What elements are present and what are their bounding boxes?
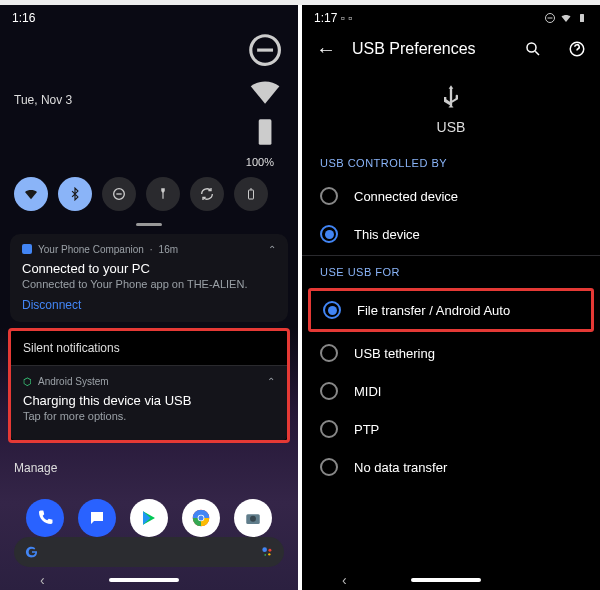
drag-handle[interactable] bbox=[136, 223, 162, 226]
qs-dnd[interactable] bbox=[102, 177, 136, 211]
clock: 1:17 ▫ ▫ bbox=[314, 11, 353, 25]
date-label: Tue, Nov 3 bbox=[14, 93, 72, 107]
nav-bar: ‹ bbox=[0, 569, 298, 590]
notif-body: Connected to Your Phone app on THE-ALIEN… bbox=[22, 278, 276, 290]
battery-icon bbox=[576, 12, 588, 24]
battery-saver-icon bbox=[245, 187, 257, 201]
option-usb-tethering[interactable]: USB tethering bbox=[302, 334, 600, 372]
wifi-icon bbox=[560, 12, 572, 24]
phone-icon bbox=[36, 509, 54, 527]
option-file-transfer[interactable]: File transfer / Android Auto bbox=[311, 291, 591, 329]
notif-age: 16m bbox=[159, 244, 178, 255]
svg-rect-1 bbox=[259, 120, 272, 145]
manage-button[interactable]: Manage bbox=[0, 449, 298, 487]
svg-rect-3 bbox=[249, 190, 254, 199]
option-label: USB tethering bbox=[354, 346, 435, 361]
radio-icon bbox=[320, 382, 338, 400]
qs-bluetooth[interactable] bbox=[58, 177, 92, 211]
option-connected-device[interactable]: Connected device bbox=[302, 177, 600, 215]
battery-percent: 100% bbox=[246, 156, 274, 168]
svg-point-11 bbox=[250, 516, 256, 522]
notification-android-system[interactable]: ⬡ Android System ⌃ Charging this device … bbox=[11, 365, 287, 440]
notif2-body: Tap for more options. bbox=[23, 410, 275, 422]
option-this-device[interactable]: This device bbox=[302, 215, 600, 253]
dnd-icon bbox=[111, 186, 127, 202]
back-button[interactable]: ← bbox=[316, 38, 336, 61]
help-icon[interactable] bbox=[568, 40, 586, 58]
highlight-box: Silent notifications ⬡ Android System ⌃ … bbox=[8, 328, 290, 443]
option-label: This device bbox=[354, 227, 420, 242]
qs-rotate[interactable] bbox=[190, 177, 224, 211]
qs-wifi[interactable] bbox=[14, 177, 48, 211]
option-label: No data transfer bbox=[354, 460, 447, 475]
assistant-icon bbox=[260, 545, 274, 559]
search-icon[interactable] bbox=[524, 40, 542, 58]
notif2-app: Android System bbox=[38, 376, 109, 387]
notification-shade-screen: 1:16 Tue, Nov 3 100% Your Phone Companio… bbox=[0, 5, 298, 590]
back-button[interactable]: ‹ bbox=[342, 572, 347, 588]
page-title: USB Preferences bbox=[352, 40, 508, 58]
notification-your-phone[interactable]: Your Phone Companion · 16m ⌃ Connected t… bbox=[10, 234, 288, 322]
camera-icon bbox=[244, 509, 262, 527]
usb-preferences-screen: 1:17 ▫ ▫ ← USB Preferences USB USB CONTR… bbox=[302, 5, 600, 590]
radio-selected-icon bbox=[320, 225, 338, 243]
wifi-icon bbox=[23, 186, 39, 202]
option-label: Connected device bbox=[354, 189, 458, 204]
battery-icon bbox=[246, 113, 284, 151]
chrome-icon bbox=[191, 508, 211, 528]
option-ptp[interactable]: PTP bbox=[302, 410, 600, 448]
back-button[interactable]: ‹ bbox=[40, 572, 45, 588]
chevron-up-icon[interactable]: ⌃ bbox=[267, 376, 275, 387]
section-controlled-by: USB CONTROLLED BY bbox=[302, 149, 600, 177]
date-row: Tue, Nov 3 100% bbox=[0, 27, 298, 177]
svg-point-9 bbox=[199, 516, 204, 521]
notif2-title: Charging this device via USB bbox=[23, 393, 275, 408]
usb-label: USB bbox=[302, 119, 600, 135]
quick-settings bbox=[0, 177, 298, 219]
usb-icon bbox=[302, 71, 600, 119]
message-icon bbox=[88, 509, 106, 527]
google-icon bbox=[24, 544, 40, 560]
highlight-box: File transfer / Android Auto bbox=[308, 288, 594, 332]
clock: 1:16 bbox=[12, 11, 35, 25]
qs-status-icons: 100% bbox=[246, 31, 284, 169]
radio-icon bbox=[320, 420, 338, 438]
dock-camera[interactable] bbox=[234, 499, 272, 537]
dock-phone[interactable] bbox=[26, 499, 64, 537]
option-label: PTP bbox=[354, 422, 379, 437]
svg-point-12 bbox=[262, 547, 267, 552]
nav-bar: ‹ bbox=[302, 569, 600, 590]
status-bar: 1:16 bbox=[0, 5, 298, 27]
silent-label: Silent notifications bbox=[11, 331, 287, 365]
option-label: File transfer / Android Auto bbox=[357, 303, 510, 318]
dock-play[interactable] bbox=[130, 499, 168, 537]
status-bar: 1:17 ▫ ▫ bbox=[302, 5, 600, 27]
radio-icon bbox=[320, 187, 338, 205]
status-icons bbox=[544, 12, 588, 24]
qs-flashlight[interactable] bbox=[146, 177, 180, 211]
option-no-data[interactable]: No data transfer bbox=[302, 448, 600, 486]
dnd-icon bbox=[544, 12, 556, 24]
home-pill[interactable] bbox=[411, 578, 481, 582]
google-search-bar[interactable] bbox=[14, 537, 284, 567]
svg-point-18 bbox=[527, 43, 536, 52]
option-midi[interactable]: MIDI bbox=[302, 372, 600, 410]
svg-point-14 bbox=[268, 553, 270, 555]
app-bar: ← USB Preferences bbox=[302, 27, 600, 71]
dock-messages[interactable] bbox=[78, 499, 116, 537]
flashlight-icon bbox=[156, 187, 170, 201]
bluetooth-icon bbox=[68, 187, 82, 201]
notif-app: Your Phone Companion bbox=[38, 244, 144, 255]
section-use-usb-for: USE USB FOR bbox=[302, 258, 600, 286]
dnd-icon bbox=[246, 31, 284, 69]
radio-selected-icon bbox=[323, 301, 341, 319]
rotate-icon bbox=[199, 186, 215, 202]
play-icon bbox=[140, 509, 158, 527]
svg-point-13 bbox=[268, 549, 271, 552]
dock-chrome[interactable] bbox=[182, 499, 220, 537]
android-icon: ⬡ bbox=[23, 376, 32, 387]
disconnect-action[interactable]: Disconnect bbox=[22, 298, 276, 312]
qs-battery[interactable] bbox=[234, 177, 268, 211]
home-pill[interactable] bbox=[109, 578, 179, 582]
chevron-up-icon[interactable]: ⌃ bbox=[268, 244, 276, 255]
